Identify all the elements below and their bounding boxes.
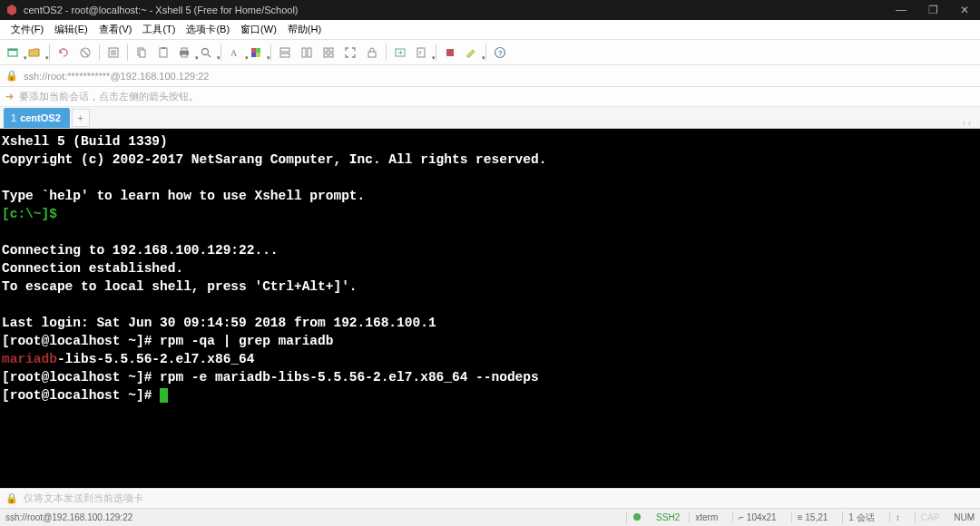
menu-file[interactable]: 文件(F) bbox=[5, 23, 49, 36]
lock-button[interactable] bbox=[362, 43, 382, 63]
find-button[interactable] bbox=[197, 43, 217, 63]
fullscreen-button[interactable] bbox=[340, 43, 360, 63]
tile-horizontal-button[interactable] bbox=[275, 43, 295, 63]
tile-vertical-button[interactable] bbox=[297, 43, 317, 63]
address-bar: 🔒 ssh://root:***********@192.168.100.129… bbox=[0, 65, 980, 87]
toolbar-separator bbox=[485, 44, 486, 61]
term-cmd2: rpm -e mariadb-libs-5.5.56-2.el7.x86_64 … bbox=[160, 370, 539, 385]
svg-rect-14 bbox=[181, 54, 187, 57]
term-help-line: Type `help' to learn how to use Xshell p… bbox=[2, 189, 365, 203]
window-title: centOS2 - root@localhost:~ - Xshell 5 (F… bbox=[24, 5, 890, 15]
status-bar: ssh://root@192.168.100.129:22 SSH2 xterm… bbox=[0, 508, 980, 526]
new-session-button[interactable] bbox=[4, 43, 24, 63]
term-escape: To escape to local shell, press 'Ctrl+Al… bbox=[2, 279, 358, 294]
term-pkg-match: mariadb bbox=[2, 352, 57, 366]
address-text[interactable]: ssh://root:***********@192.168.100.129:2… bbox=[24, 71, 209, 82]
svg-rect-1 bbox=[8, 49, 17, 51]
add-tab-button[interactable]: + bbox=[72, 109, 90, 127]
close-button[interactable]: ✕ bbox=[955, 4, 975, 16]
menu-edit[interactable]: 编辑(E) bbox=[49, 23, 93, 36]
copy-button[interactable] bbox=[132, 43, 152, 63]
svg-rect-23 bbox=[280, 54, 289, 57]
status-term: xterm bbox=[689, 512, 723, 522]
toolbar-separator bbox=[270, 44, 271, 61]
svg-rect-27 bbox=[329, 48, 333, 52]
highlight-button[interactable] bbox=[462, 43, 482, 63]
status-size: 104x21 bbox=[747, 512, 777, 522]
tab-label: centOS2 bbox=[20, 112, 61, 123]
toolbar-separator bbox=[127, 44, 128, 61]
tab-index: 1 bbox=[11, 112, 16, 123]
menu-help[interactable]: 帮助(H) bbox=[282, 23, 327, 36]
svg-rect-26 bbox=[324, 48, 328, 52]
status-sessions: 1 会话 bbox=[842, 511, 879, 524]
terminal[interactable]: Xshell 5 (Build 1339) Copyright (c) 2002… bbox=[0, 129, 980, 488]
window-titlebar: centOS2 - root@localhost:~ - Xshell 5 (F… bbox=[0, 0, 980, 20]
svg-line-3 bbox=[83, 50, 88, 55]
svg-rect-13 bbox=[181, 48, 187, 51]
svg-text:A: A bbox=[230, 48, 238, 58]
svg-rect-29 bbox=[329, 54, 333, 57]
menu-view[interactable]: 查看(V) bbox=[93, 23, 138, 36]
term-cmd1: rpm -qa | grep mariadb bbox=[160, 334, 333, 348]
print-button[interactable] bbox=[175, 43, 195, 63]
svg-point-15 bbox=[202, 48, 209, 54]
status-num: NUM bbox=[954, 512, 975, 522]
menu-window[interactable]: 窗口(W) bbox=[235, 23, 282, 36]
svg-rect-24 bbox=[302, 48, 306, 57]
status-pos-label: ≡ 15,21 bbox=[791, 512, 834, 522]
tab-bar: 1 centOS2 + ‹ › bbox=[0, 107, 980, 129]
color-scheme-button[interactable] bbox=[247, 43, 267, 63]
svg-rect-10 bbox=[160, 48, 167, 57]
term-prompt1: [root@localhost ~]# bbox=[2, 334, 160, 348]
svg-rect-25 bbox=[308, 48, 311, 57]
help-button[interactable]: ? bbox=[490, 43, 510, 63]
menu-tabs[interactable]: 选项卡(B) bbox=[181, 23, 235, 36]
font-button[interactable]: A bbox=[225, 43, 245, 63]
svg-rect-28 bbox=[324, 54, 328, 57]
term-local-prompt: [c:\~]$ bbox=[2, 207, 57, 221]
app-icon bbox=[5, 4, 18, 16]
term-banner-line1: Xshell 5 (Build 1339) bbox=[2, 134, 168, 149]
term-connected: Connection established. bbox=[2, 261, 183, 276]
xftp-button[interactable] bbox=[390, 43, 410, 63]
svg-rect-22 bbox=[280, 48, 289, 52]
terminal-cursor bbox=[160, 388, 168, 403]
status-ssh: SSH2 bbox=[656, 512, 680, 522]
status-size-label: ⌐ 104x21 bbox=[732, 512, 781, 522]
status-pos: 15,21 bbox=[805, 512, 828, 522]
stop-button[interactable] bbox=[440, 43, 460, 63]
compose-placeholder[interactable]: 仅将文本发送到当前选项卡 bbox=[24, 492, 143, 505]
term-prompt2: [root@localhost ~]# bbox=[2, 370, 160, 385]
tab-centos2[interactable]: 1 centOS2 bbox=[4, 108, 70, 128]
svg-text:?: ? bbox=[498, 49, 503, 57]
open-button[interactable] bbox=[25, 43, 45, 63]
status-cap: CAP bbox=[915, 512, 946, 522]
svg-rect-30 bbox=[368, 52, 376, 57]
term-banner-line2: Copyright (c) 2002-2017 NetSarang Comput… bbox=[2, 152, 546, 167]
tile-grid-button[interactable] bbox=[318, 43, 338, 63]
properties-button[interactable] bbox=[103, 43, 123, 63]
hint-arrow-icon[interactable]: ➜ bbox=[5, 91, 14, 102]
toolbar: A ? bbox=[0, 40, 980, 65]
menu-tools[interactable]: 工具(T) bbox=[137, 23, 181, 36]
status-net-icon bbox=[626, 512, 647, 523]
script-button[interactable] bbox=[412, 43, 432, 63]
disconnect-button[interactable] bbox=[75, 43, 95, 63]
maximize-button[interactable]: ❐ bbox=[923, 4, 944, 16]
minimize-button[interactable]: — bbox=[890, 4, 912, 16]
tab-scroll-arrows[interactable]: ‹ › bbox=[963, 118, 976, 128]
status-record-icon: ↕ bbox=[889, 512, 906, 522]
compose-lock-icon[interactable]: 🔒 bbox=[5, 492, 18, 504]
hint-bar: ➜ 要添加当前会话，点击左侧的箭头按钮。 bbox=[0, 87, 980, 107]
svg-point-36 bbox=[633, 513, 641, 521]
hint-text: 要添加当前会话，点击左侧的箭头按钮。 bbox=[19, 90, 199, 103]
term-lastlogin: Last login: Sat Jun 30 09:14:59 2018 fro… bbox=[2, 316, 436, 330]
paste-button[interactable] bbox=[153, 43, 173, 63]
term-prompt3: [root@localhost ~]# bbox=[2, 388, 160, 403]
svg-rect-11 bbox=[162, 47, 165, 49]
compose-bar: 🔒 仅将文本发送到当前选项卡 bbox=[0, 488, 980, 508]
reconnect-button[interactable] bbox=[54, 43, 74, 63]
svg-rect-33 bbox=[446, 49, 454, 56]
svg-rect-18 bbox=[251, 48, 256, 53]
